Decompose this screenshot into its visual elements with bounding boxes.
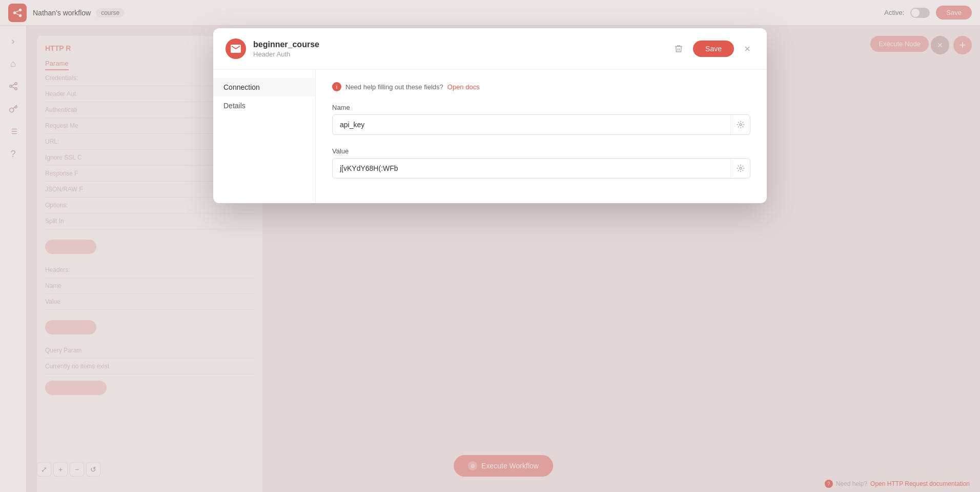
value-input[interactable] <box>333 159 730 178</box>
credential-dialog: beginner_course Header Auth Save × Conne… <box>213 28 767 203</box>
dialog-title-group: beginner_course Header Auth <box>253 40 670 58</box>
name-field-gear-button[interactable] <box>730 115 750 134</box>
dialog-nav: Connection Details <box>213 70 316 203</box>
help-text: Need help filling out these fields? <box>345 83 443 91</box>
dialog-body: Connection Details i Need help filling o… <box>213 70 767 203</box>
dialog-title: beginner_course <box>253 40 670 49</box>
dialog-help-bar: i Need help filling out these fields? Op… <box>332 82 750 91</box>
dialog-credential-icon <box>226 38 246 59</box>
dialog-subtitle: Header Auth <box>253 50 670 58</box>
dialog-header: beginner_course Header Auth Save × <box>213 28 767 70</box>
name-input[interactable] <box>333 115 730 134</box>
delete-credential-button[interactable] <box>670 41 687 57</box>
nav-item-details[interactable]: Details <box>213 96 315 115</box>
dialog-content: i Need help filling out these fields? Op… <box>316 70 767 203</box>
name-field-group: Name <box>332 104 750 135</box>
close-dialog-button[interactable]: × <box>740 42 754 56</box>
value-field-gear-button[interactable] <box>730 159 750 178</box>
info-icon: i <box>332 82 341 91</box>
open-docs-button[interactable]: Open docs <box>447 83 480 91</box>
nav-item-connection[interactable]: Connection <box>213 78 315 96</box>
value-field-label: Value <box>332 147 750 155</box>
save-credential-button[interactable]: Save <box>693 41 734 57</box>
svg-point-16 <box>740 124 742 126</box>
name-input-wrapper <box>332 114 750 135</box>
dialog-header-actions: Save × <box>670 41 754 57</box>
svg-point-17 <box>740 167 742 169</box>
value-input-wrapper <box>332 158 750 179</box>
name-field-label: Name <box>332 104 750 111</box>
value-field-group: Value <box>332 147 750 179</box>
